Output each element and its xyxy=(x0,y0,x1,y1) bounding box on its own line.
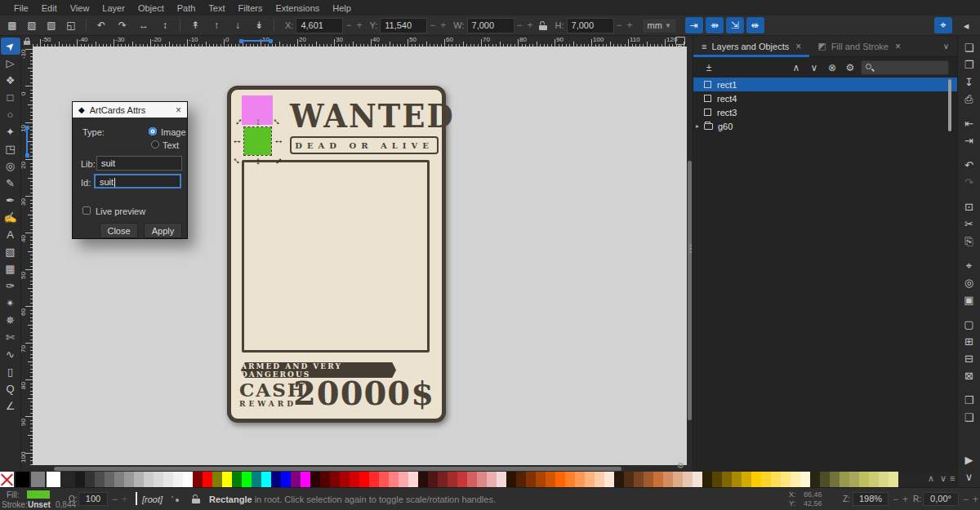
live-preview-checkbox[interactable] xyxy=(82,206,91,215)
chevron-down-icon[interactable]: ∨ xyxy=(960,468,979,486)
palette-swatch[interactable] xyxy=(418,472,428,487)
node-tool[interactable]: ▷ xyxy=(1,55,20,72)
scale-handle-right-icon[interactable]: ↔ xyxy=(273,135,284,146)
horizontal-ruler[interactable]: -50-40-30-20-100102030405060708090100110… xyxy=(33,36,687,47)
lock-ratio-icon[interactable] xyxy=(539,21,547,30)
rectangle-tool[interactable]: □ xyxy=(1,89,20,106)
poster-photo-frame[interactable] xyxy=(242,160,430,353)
lib-input[interactable]: suit xyxy=(96,156,182,171)
menu-item-layer[interactable]: Layer xyxy=(96,2,131,15)
scale-handle-bottom-icon[interactable]: ↕ xyxy=(252,155,264,166)
palette-swatch[interactable] xyxy=(291,472,301,487)
palette-swatch[interactable] xyxy=(252,472,261,487)
dock-menu-chevron-icon[interactable]: ∨ xyxy=(943,42,957,51)
play-icon[interactable]: ▶ xyxy=(960,451,979,468)
palette-swatch[interactable] xyxy=(771,472,781,487)
print-icon[interactable]: ⎙ xyxy=(960,91,979,108)
palette-swatch[interactable] xyxy=(663,472,673,487)
radio-text-label[interactable]: Text xyxy=(163,140,179,150)
palette-swatch[interactable] xyxy=(849,472,859,487)
palette-swatch[interactable] xyxy=(565,472,575,487)
opacity-increment-icon[interactable]: + xyxy=(119,494,130,505)
palette-swatch[interactable] xyxy=(516,472,526,487)
ungroup-icon[interactable]: ❑ xyxy=(960,409,979,426)
page-tool[interactable]: ▯ xyxy=(1,363,20,380)
menu-item-edit[interactable]: Edit xyxy=(36,2,63,15)
palette-swatch[interactable] xyxy=(820,472,830,487)
palette-swatch[interactable] xyxy=(487,472,497,487)
calligraphy-tool[interactable]: ✍ xyxy=(1,209,20,226)
layers-list-scrollbar[interactable] xyxy=(948,79,951,131)
current-layer-label[interactable]: [root] xyxy=(142,494,163,504)
gradient-tool[interactable]: ▧ xyxy=(1,243,20,260)
move-up-icon[interactable]: ∧ xyxy=(789,62,804,73)
transform-gradient-toggle-icon[interactable]: ⇺ xyxy=(746,17,764,33)
x-increment-icon[interactable]: + xyxy=(354,20,364,31)
palette-swatch[interactable] xyxy=(879,472,889,487)
group-icon[interactable]: ❒ xyxy=(960,392,979,409)
palette-swatch[interactable] xyxy=(526,472,536,487)
menu-item-extensions[interactable]: Extensions xyxy=(270,2,325,15)
palette-swatch[interactable] xyxy=(840,472,849,487)
palette-swatch[interactable] xyxy=(105,472,114,487)
close-button[interactable]: Close xyxy=(100,223,138,238)
live-preview-label[interactable]: Live preview xyxy=(96,206,145,216)
palette-swatch[interactable] xyxy=(467,472,477,487)
palette-swatch[interactable] xyxy=(585,472,595,487)
palette-swatch[interactable] xyxy=(830,472,840,487)
y-input[interactable]: 11,540 xyxy=(380,18,427,33)
cut-icon[interactable]: ✂ xyxy=(960,215,979,233)
tab-close-icon[interactable]: × xyxy=(895,41,901,52)
palette-swatch[interactable] xyxy=(154,472,163,487)
palette-swatch[interactable] xyxy=(800,472,810,487)
palette-swatch[interactable] xyxy=(212,472,222,487)
palette-swatch[interactable] xyxy=(555,472,565,487)
undo-icon[interactable]: ↶ xyxy=(960,157,979,174)
apply-button[interactable]: Apply xyxy=(144,223,182,238)
palette-swatch[interactable] xyxy=(448,472,457,487)
palette-swatch[interactable] xyxy=(477,472,487,487)
palette-swatch[interactable] xyxy=(320,472,330,487)
connector-tool[interactable]: ∿ xyxy=(1,346,20,363)
zoom-tool[interactable]: Q xyxy=(1,380,20,397)
menu-item-text[interactable]: Text xyxy=(203,2,230,15)
zoom-input[interactable]: 198% xyxy=(853,492,889,506)
raise-icon[interactable]: ↑ xyxy=(207,17,225,33)
rotate-cw-icon[interactable]: ↷ xyxy=(114,17,131,33)
rotate-ccw-icon[interactable]: ↶ xyxy=(92,17,110,33)
layer-lock-icon[interactable] xyxy=(192,494,200,503)
shape-builder-tool[interactable]: ❖ xyxy=(1,72,20,89)
palette-swatch[interactable] xyxy=(124,472,134,487)
width-increment-icon[interactable]: + xyxy=(525,20,536,31)
height-decrement-icon[interactable]: − xyxy=(614,20,625,31)
desk-color-toggle-icon[interactable] xyxy=(675,37,685,45)
poster-title-text[interactable]: WANTED xyxy=(290,97,441,135)
layer-row-g60[interactable]: ▸g60 xyxy=(693,119,957,133)
selection-corners-icon[interactable]: ◱ xyxy=(62,17,80,33)
palette-swatch[interactable] xyxy=(310,472,320,487)
unit-dropdown[interactable]: mm ▼ xyxy=(642,18,677,33)
palette-swatch[interactable] xyxy=(751,472,761,487)
palette-swatch[interactable] xyxy=(889,472,898,487)
spray-tool[interactable]: ✵ xyxy=(1,312,20,329)
palette-scroll-up-icon[interactable]: ∧ xyxy=(928,473,934,484)
palette-swatch[interactable] xyxy=(261,472,271,487)
green-square-object-selected[interactable] xyxy=(244,127,271,155)
transform-stroke-toggle-icon[interactable]: ⇻ xyxy=(706,17,724,33)
palette-swatch[interactable] xyxy=(634,472,644,487)
text-tool[interactable]: A xyxy=(1,226,20,243)
palette-swatch[interactable] xyxy=(271,472,281,487)
palette-swatch[interactable] xyxy=(781,472,791,487)
lower-icon[interactable]: ↓ xyxy=(229,17,247,33)
palette-swatch[interactable] xyxy=(644,472,653,487)
palette-swatch[interactable] xyxy=(301,472,310,487)
palette-swatch[interactable] xyxy=(114,472,124,487)
palette-swatch[interactable] xyxy=(702,472,712,487)
ellipse-tool[interactable]: ○ xyxy=(1,106,20,123)
palette-none-swatch[interactable] xyxy=(0,472,14,487)
paste-icon[interactable]: ⎘ xyxy=(960,233,979,250)
menu-item-path[interactable]: Path xyxy=(172,2,202,15)
copy-icon[interactable]: ⊡ xyxy=(960,198,979,215)
raise-to-top-icon[interactable]: ↟ xyxy=(186,17,204,33)
eraser-tool[interactable]: ✄ xyxy=(1,329,20,346)
